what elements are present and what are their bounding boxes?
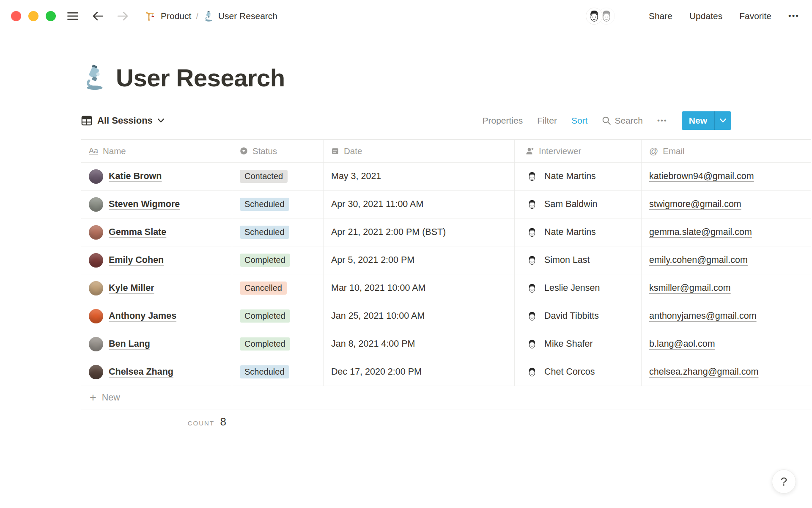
more-options-icon[interactable]: ••• (788, 11, 799, 21)
date-cell[interactable]: Dec 17, 2020 2:00 PM (324, 358, 515, 386)
date-value: Apr 5, 2021 2:00 PM (331, 255, 414, 265)
email-link[interactable]: emily.cohen@gmail.com (649, 255, 748, 265)
date-cell[interactable]: Apr 30, 2021 11:00 AM (324, 190, 515, 218)
interviewer-cell[interactable]: Sam Baldwin (515, 190, 642, 218)
email-cell[interactable]: chelsea.zhang@gmail.com (642, 358, 811, 386)
sidebar-toggle-button[interactable] (67, 11, 79, 21)
email-cell[interactable]: ksmiller@gmail.com (642, 274, 811, 302)
email-link[interactable]: gemma.slate@gmail.com (649, 227, 752, 237)
column-label: Date (344, 146, 362, 156)
record-name-link[interactable]: Emily Cohen (109, 255, 164, 265)
email-link[interactable]: katiebrown94@gmail.com (649, 171, 754, 182)
date-cell[interactable]: Apr 21, 2021 2:00 PM (BST) (324, 218, 515, 246)
status-cell[interactable]: Scheduled (232, 218, 324, 246)
name-cell[interactable]: Emily Cohen (81, 246, 232, 274)
filter-button[interactable]: Filter (537, 116, 557, 126)
interviewer-cell[interactable]: Mike Shafer (515, 330, 642, 358)
email-cell[interactable]: stwigmore@gmail.com (642, 190, 811, 218)
sort-button[interactable]: Sort (571, 116, 588, 126)
microscope-icon (203, 11, 214, 22)
email-cell[interactable]: katiebrown94@gmail.com (642, 163, 811, 190)
name-cell[interactable]: Ben Lang (81, 330, 232, 358)
interviewer-cell[interactable]: Chet Corcos (515, 358, 642, 386)
page-icon-microscope[interactable] (81, 64, 107, 92)
new-button[interactable]: New (682, 111, 714, 130)
email-link[interactable]: anthonyjames@gmail.com (649, 311, 757, 321)
breadcrumb-item-product[interactable]: Product (145, 11, 191, 22)
name-cell[interactable]: Chelsea Zhang (81, 358, 232, 386)
view-more-options-icon[interactable]: ••• (657, 116, 667, 125)
name-cell[interactable]: Anthony James (81, 302, 232, 330)
share-button[interactable]: Share (649, 11, 672, 21)
date-value: Jan 8, 2021 4:00 PM (331, 339, 415, 349)
name-cell[interactable]: Katie Brown (81, 163, 232, 190)
new-button-dropdown[interactable] (714, 111, 731, 130)
back-button[interactable] (91, 11, 104, 22)
column-header-status[interactable]: Status (232, 140, 324, 162)
status-cell[interactable]: Completed (232, 246, 324, 274)
zoom-window-button[interactable] (46, 11, 56, 21)
help-button[interactable]: ? (772, 469, 796, 494)
interviewer-cell[interactable]: Simon Last (515, 246, 642, 274)
date-cell[interactable]: May 3, 2021 (324, 163, 515, 190)
interviewer-avatar (526, 198, 538, 211)
close-window-button[interactable] (11, 11, 21, 21)
column-header-date[interactable]: Date (324, 140, 515, 162)
record-name-link[interactable]: Steven Wigmore (109, 199, 180, 210)
name-cell[interactable]: Kyle Miller (81, 274, 232, 302)
favorite-button[interactable]: Favorite (739, 11, 771, 21)
email-link[interactable]: ksmiller@gmail.com (649, 283, 731, 293)
search-button[interactable]: Search (602, 116, 643, 126)
question-mark-icon: ? (781, 475, 787, 489)
record-name-link[interactable]: Anthony James (109, 311, 176, 321)
breadcrumb-item-user-research[interactable]: User Research (203, 11, 277, 22)
date-cell[interactable]: Jan 8, 2021 4:00 PM (324, 330, 515, 358)
name-cell[interactable]: Steven Wigmore (81, 190, 232, 218)
column-header-name[interactable]: Aa Name (81, 140, 232, 162)
properties-button[interactable]: Properties (483, 116, 523, 126)
email-cell[interactable]: anthonyjames@gmail.com (642, 302, 811, 330)
email-cell[interactable]: gemma.slate@gmail.com (642, 218, 811, 246)
interviewer-cell[interactable]: Nate Martins (515, 163, 642, 190)
interviewer-cell[interactable]: Leslie Jensen (515, 274, 642, 302)
date-cell[interactable]: Jan 25, 2021 10:00 AM (324, 302, 515, 330)
record-name-link[interactable]: Chelsea Zhang (109, 367, 173, 377)
record-name-link[interactable]: Gemma Slate (109, 227, 166, 237)
interviewer-name: Chet Corcos (544, 367, 595, 377)
minimize-window-button[interactable] (28, 11, 38, 21)
email-link[interactable]: stwigmore@gmail.com (649, 199, 741, 210)
email-link[interactable]: chelsea.zhang@gmail.com (649, 367, 758, 377)
database-toolbar: All Sessions Properties Filter Sort Sear… (81, 111, 731, 130)
column-header-email[interactable]: @ Email (642, 140, 811, 162)
view-selector[interactable]: All Sessions (81, 115, 164, 126)
date-cell[interactable]: Apr 5, 2021 2:00 PM (324, 246, 515, 274)
interviewer-cell[interactable]: David Tibbitts (515, 302, 642, 330)
email-cell[interactable]: b.lang@aol.com (642, 330, 811, 358)
collaborator-avatar[interactable] (586, 8, 603, 25)
status-cell[interactable]: Cancelled (232, 274, 324, 302)
status-cell[interactable]: Completed (232, 302, 324, 330)
record-name-link[interactable]: Katie Brown (109, 171, 162, 182)
add-row-button[interactable]: + New (81, 386, 811, 409)
status-cell[interactable]: Completed (232, 330, 324, 358)
database-table: Aa Name Status Date Interviewer (81, 139, 811, 428)
status-cell[interactable]: Contacted (232, 163, 324, 190)
email-link[interactable]: b.lang@aol.com (649, 339, 715, 349)
arrow-right-icon (117, 11, 129, 22)
record-name-link[interactable]: Kyle Miller (109, 283, 154, 293)
status-cell[interactable]: Scheduled (232, 190, 324, 218)
interviewer-cell[interactable]: Nate Martins (515, 218, 642, 246)
record-name-link[interactable]: Ben Lang (109, 339, 150, 349)
column-calculation[interactable]: COUNT 8 (81, 415, 232, 428)
crane-icon (145, 11, 156, 22)
column-header-interviewer[interactable]: Interviewer (515, 140, 642, 162)
avatar (89, 225, 103, 240)
forward-button[interactable] (117, 11, 129, 22)
email-cell[interactable]: emily.cohen@gmail.com (642, 246, 811, 274)
status-badge: Scheduled (240, 226, 289, 239)
name-cell[interactable]: Gemma Slate (81, 218, 232, 246)
date-cell[interactable]: Mar 10, 2021 10:00 AM (324, 274, 515, 302)
updates-button[interactable]: Updates (689, 11, 722, 21)
status-cell[interactable]: Scheduled (232, 358, 324, 386)
column-label: Interviewer (539, 146, 581, 156)
